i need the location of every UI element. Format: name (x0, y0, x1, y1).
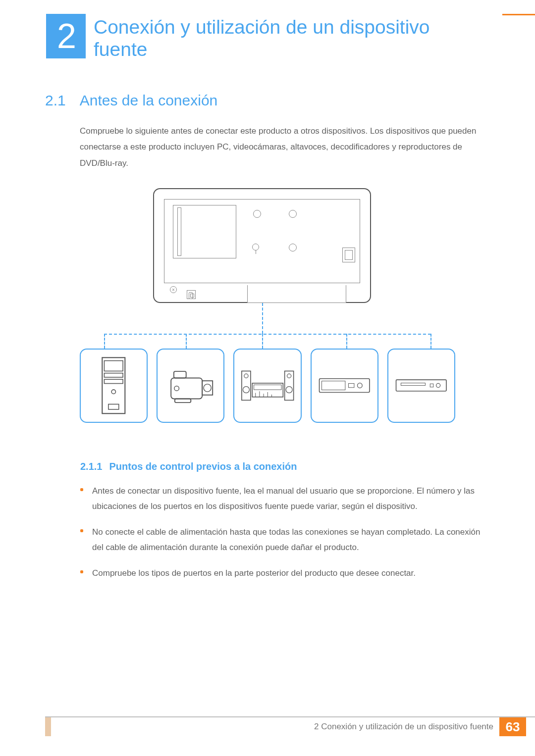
svg-rect-28 (348, 384, 354, 388)
product-back-panel (153, 188, 371, 303)
connector-line (346, 334, 347, 349)
bullet-text: Antes de conectar un dispositivo fuente,… (92, 483, 485, 514)
section-paragraph: Compruebe lo siguiente antes de conectar… (80, 123, 483, 171)
top-accent-rule (502, 14, 535, 15)
port-strip (247, 285, 346, 303)
connection-diagram (80, 188, 455, 441)
svg-point-17 (286, 387, 292, 393)
mount-hole-icon (253, 210, 261, 218)
connector-line (104, 334, 105, 349)
svg-rect-12 (242, 371, 251, 401)
svg-point-11 (174, 386, 179, 391)
expansion-slot (173, 205, 236, 258)
bullet-list: Antes de conectar un dispositivo fuente,… (80, 483, 485, 591)
svg-rect-3 (105, 379, 123, 383)
svg-point-16 (287, 374, 291, 378)
dvd-player-icon (393, 373, 450, 398)
section-number: 2.1 (45, 92, 66, 109)
svg-rect-9 (173, 371, 186, 378)
connector-line (104, 334, 431, 335)
svg-rect-15 (284, 371, 293, 401)
svg-rect-30 (401, 383, 426, 386)
camcorder-icon (162, 362, 219, 409)
subsection-title: Puntos de control previos a la conexión (109, 461, 297, 472)
svg-rect-0 (103, 358, 125, 414)
bullet-icon (80, 529, 83, 532)
svg-rect-2 (105, 373, 123, 377)
svg-rect-5 (108, 404, 119, 409)
set-top-box-icon (316, 371, 373, 400)
list-item: Antes de conectar un dispositivo fuente,… (80, 483, 485, 514)
svg-rect-32 (430, 384, 433, 388)
svg-point-8 (204, 384, 211, 392)
svg-rect-19 (254, 385, 281, 390)
svg-rect-6 (171, 378, 202, 399)
device-pc-tower (80, 349, 148, 423)
list-item: Compruebe los tipos de puertos en la par… (80, 565, 485, 581)
subsection-number: 2.1.1 (80, 461, 102, 472)
pc-tower-icon (88, 354, 140, 417)
connector-line (262, 334, 263, 349)
page-number: 63 (499, 717, 526, 736)
bullet-icon (80, 488, 83, 491)
chapter-number-badge: 2 (46, 14, 86, 58)
svg-point-13 (244, 374, 248, 378)
svg-point-27 (357, 383, 362, 388)
mount-hole-icon (252, 244, 259, 251)
mount-hole-icon (289, 210, 297, 218)
svg-point-31 (436, 384, 440, 388)
connector-line (262, 303, 263, 334)
device-speakers (233, 349, 301, 423)
svg-point-4 (111, 390, 115, 394)
footer-chapter-label: 2 Conexión y utilización de un dispositi… (314, 722, 499, 732)
chapter-title: Conexión y utilización de un dispositivo… (94, 16, 460, 61)
svg-rect-10 (174, 399, 190, 403)
screw-icon (170, 286, 177, 293)
label-icon (187, 290, 196, 299)
section-title: Antes de la conexión (80, 92, 218, 109)
page-footer: 2 Conexión y utilización de un dispositi… (45, 716, 535, 736)
svg-rect-26 (321, 381, 345, 390)
bullet-text: Compruebe los tipos de puertos en la par… (92, 565, 416, 581)
list-item: No conecte el cable de alimentación hast… (80, 524, 485, 555)
connector-line (186, 334, 187, 349)
svg-point-14 (243, 387, 249, 393)
speakers-receiver-icon (239, 365, 296, 406)
mount-hole-icon (289, 244, 297, 252)
connector-line (430, 334, 431, 349)
device-set-top-box (311, 349, 378, 423)
device-camcorder (157, 349, 224, 423)
small-port (342, 248, 355, 262)
bullet-icon (80, 570, 83, 573)
svg-rect-1 (105, 361, 123, 371)
device-dvd-player (387, 349, 455, 423)
bullet-text: No conecte el cable de alimentación hast… (92, 524, 485, 555)
